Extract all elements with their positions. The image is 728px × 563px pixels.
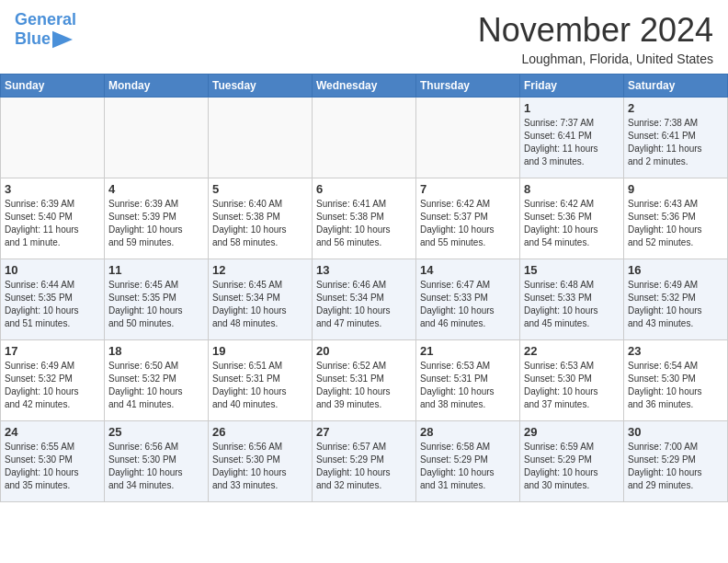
calendar-week-2: 3Sunrise: 6:39 AM Sunset: 5:40 PM Daylig… <box>1 178 728 259</box>
day-info: Sunrise: 6:54 AM Sunset: 5:30 PM Dayligh… <box>628 360 723 411</box>
day-info: Sunrise: 6:56 AM Sunset: 5:30 PM Dayligh… <box>212 441 308 492</box>
day-info: Sunrise: 6:49 AM Sunset: 5:32 PM Dayligh… <box>628 279 723 330</box>
table-row: 8Sunrise: 6:42 AM Sunset: 5:36 PM Daylig… <box>520 178 624 259</box>
day-number: 15 <box>524 263 620 277</box>
day-info: Sunrise: 6:45 AM Sunset: 5:34 PM Dayligh… <box>212 279 308 330</box>
calendar-week-3: 10Sunrise: 6:44 AM Sunset: 5:35 PM Dayli… <box>1 259 728 340</box>
day-number: 16 <box>628 263 723 277</box>
table-row: 27Sunrise: 6:57 AM Sunset: 5:29 PM Dayli… <box>313 421 416 502</box>
day-number: 9 <box>628 182 723 196</box>
table-row: 14Sunrise: 6:47 AM Sunset: 5:33 PM Dayli… <box>416 259 520 340</box>
calendar-week-1: 1Sunrise: 7:37 AM Sunset: 6:41 PM Daylig… <box>1 98 728 178</box>
table-row: 3Sunrise: 6:39 AM Sunset: 5:40 PM Daylig… <box>1 178 105 259</box>
header-wednesday: Wednesday <box>313 75 416 98</box>
day-info: Sunrise: 6:39 AM Sunset: 5:40 PM Dayligh… <box>5 198 100 249</box>
table-row <box>105 98 209 178</box>
table-row: 22Sunrise: 6:53 AM Sunset: 5:30 PM Dayli… <box>520 340 624 421</box>
page-container: General Blue November 2024 Loughman, Flo… <box>0 0 728 563</box>
day-info: Sunrise: 6:47 AM Sunset: 5:33 PM Dayligh… <box>420 279 516 330</box>
table-row <box>313 98 416 178</box>
day-number: 29 <box>524 425 620 439</box>
table-row: 28Sunrise: 6:58 AM Sunset: 5:29 PM Dayli… <box>416 421 520 502</box>
title-block: November 2024 Loughman, Florida, United … <box>478 11 713 66</box>
table-row: 18Sunrise: 6:50 AM Sunset: 5:32 PM Dayli… <box>105 340 209 421</box>
day-number: 28 <box>420 425 516 439</box>
table-row: 21Sunrise: 6:53 AM Sunset: 5:31 PM Dayli… <box>416 340 520 421</box>
day-info: Sunrise: 6:57 AM Sunset: 5:29 PM Dayligh… <box>316 441 412 492</box>
header-friday: Friday <box>520 75 624 98</box>
table-row: 15Sunrise: 6:48 AM Sunset: 5:33 PM Dayli… <box>520 259 624 340</box>
day-info: Sunrise: 6:48 AM Sunset: 5:33 PM Dayligh… <box>524 279 620 330</box>
day-number: 4 <box>108 182 204 196</box>
day-number: 11 <box>108 263 204 277</box>
day-number: 14 <box>420 263 516 277</box>
table-row <box>1 98 105 178</box>
day-number: 6 <box>316 182 412 196</box>
table-row: 6Sunrise: 6:41 AM Sunset: 5:38 PM Daylig… <box>313 178 416 259</box>
day-info: Sunrise: 6:59 AM Sunset: 5:29 PM Dayligh… <box>524 441 620 492</box>
day-info: Sunrise: 6:49 AM Sunset: 5:32 PM Dayligh… <box>5 360 100 411</box>
day-number: 8 <box>524 182 620 196</box>
table-row: 4Sunrise: 6:39 AM Sunset: 5:39 PM Daylig… <box>105 178 209 259</box>
day-number: 10 <box>5 263 100 277</box>
table-row: 17Sunrise: 6:49 AM Sunset: 5:32 PM Dayli… <box>1 340 105 421</box>
day-info: Sunrise: 6:50 AM Sunset: 5:32 PM Dayligh… <box>108 360 204 411</box>
table-row: 23Sunrise: 6:54 AM Sunset: 5:30 PM Dayli… <box>624 340 728 421</box>
location: Loughman, Florida, United States <box>478 52 713 66</box>
day-info: Sunrise: 6:45 AM Sunset: 5:35 PM Dayligh… <box>108 279 204 330</box>
day-info: Sunrise: 6:53 AM Sunset: 5:30 PM Dayligh… <box>524 360 620 411</box>
day-number: 27 <box>316 425 412 439</box>
table-row: 19Sunrise: 6:51 AM Sunset: 5:31 PM Dayli… <box>209 340 313 421</box>
table-row: 29Sunrise: 6:59 AM Sunset: 5:29 PM Dayli… <box>520 421 624 502</box>
header-thursday: Thursday <box>416 75 520 98</box>
month-title: November 2024 <box>478 11 713 50</box>
day-number: 13 <box>316 263 412 277</box>
header-tuesday: Tuesday <box>209 75 313 98</box>
table-row: 9Sunrise: 6:43 AM Sunset: 5:36 PM Daylig… <box>624 178 728 259</box>
day-number: 30 <box>628 425 723 439</box>
table-row: 25Sunrise: 6:56 AM Sunset: 5:30 PM Dayli… <box>105 421 209 502</box>
table-row: 5Sunrise: 6:40 AM Sunset: 5:38 PM Daylig… <box>209 178 313 259</box>
day-number: 3 <box>5 182 100 196</box>
day-info: Sunrise: 6:44 AM Sunset: 5:35 PM Dayligh… <box>5 279 100 330</box>
day-info: Sunrise: 6:43 AM Sunset: 5:36 PM Dayligh… <box>628 198 723 249</box>
day-number: 2 <box>628 101 723 115</box>
day-info: Sunrise: 6:55 AM Sunset: 5:30 PM Dayligh… <box>5 441 100 492</box>
day-info: Sunrise: 6:58 AM Sunset: 5:29 PM Dayligh… <box>420 441 516 492</box>
logo: General Blue <box>15 11 76 50</box>
svg-marker-0 <box>52 31 73 48</box>
day-info: Sunrise: 6:39 AM Sunset: 5:39 PM Dayligh… <box>108 198 204 249</box>
calendar-table: Sunday Monday Tuesday Wednesday Thursday… <box>0 74 728 502</box>
day-info: Sunrise: 6:40 AM Sunset: 5:38 PM Dayligh… <box>212 198 308 249</box>
table-row: 26Sunrise: 6:56 AM Sunset: 5:30 PM Dayli… <box>209 421 313 502</box>
day-number: 24 <box>5 425 100 439</box>
table-row: 12Sunrise: 6:45 AM Sunset: 5:34 PM Dayli… <box>209 259 313 340</box>
day-number: 7 <box>420 182 516 196</box>
day-info: Sunrise: 6:53 AM Sunset: 5:31 PM Dayligh… <box>420 360 516 411</box>
day-number: 25 <box>108 425 204 439</box>
logo-text: General Blue <box>15 11 76 50</box>
day-number: 5 <box>212 182 308 196</box>
header-sunday: Sunday <box>1 75 105 98</box>
table-row: 11Sunrise: 6:45 AM Sunset: 5:35 PM Dayli… <box>105 259 209 340</box>
table-row: 13Sunrise: 6:46 AM Sunset: 5:34 PM Dayli… <box>313 259 416 340</box>
day-info: Sunrise: 6:52 AM Sunset: 5:31 PM Dayligh… <box>316 360 412 411</box>
day-number: 12 <box>212 263 308 277</box>
table-row: 7Sunrise: 6:42 AM Sunset: 5:37 PM Daylig… <box>416 178 520 259</box>
day-info: Sunrise: 7:00 AM Sunset: 5:29 PM Dayligh… <box>628 441 723 492</box>
header-monday: Monday <box>105 75 209 98</box>
day-number: 1 <box>524 101 620 115</box>
calendar-week-4: 17Sunrise: 6:49 AM Sunset: 5:32 PM Dayli… <box>1 340 728 421</box>
table-row: 20Sunrise: 6:52 AM Sunset: 5:31 PM Dayli… <box>313 340 416 421</box>
day-number: 21 <box>420 344 516 358</box>
table-row <box>416 98 520 178</box>
day-info: Sunrise: 7:38 AM Sunset: 6:41 PM Dayligh… <box>628 117 723 168</box>
day-number: 18 <box>108 344 204 358</box>
day-number: 23 <box>628 344 723 358</box>
table-row <box>209 98 313 178</box>
header: General Blue November 2024 Loughman, Flo… <box>0 0 728 74</box>
day-info: Sunrise: 6:51 AM Sunset: 5:31 PM Dayligh… <box>212 360 308 411</box>
day-number: 26 <box>212 425 308 439</box>
table-row: 16Sunrise: 6:49 AM Sunset: 5:32 PM Dayli… <box>624 259 728 340</box>
day-number: 20 <box>316 344 412 358</box>
